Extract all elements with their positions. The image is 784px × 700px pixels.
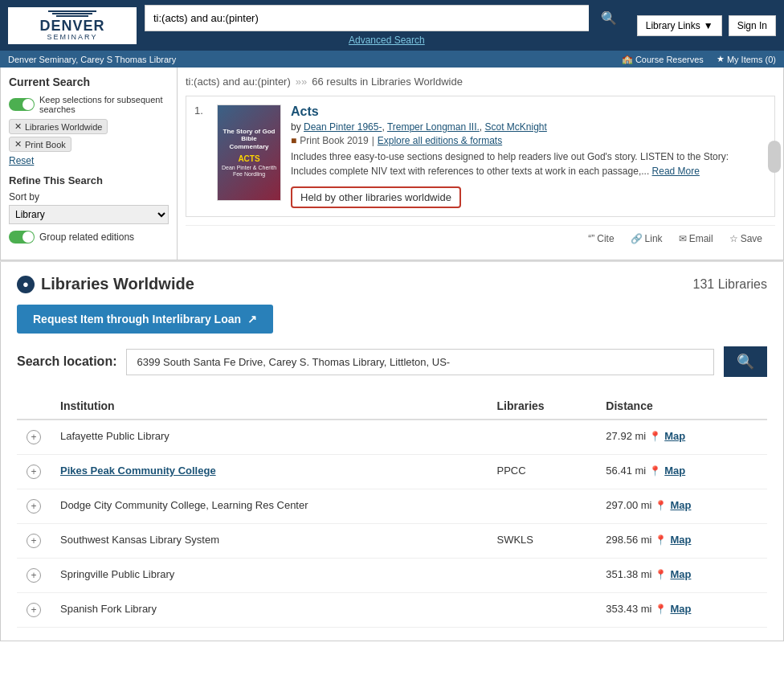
location-search-button[interactable]: 🔍: [724, 346, 767, 377]
book-authors: by Dean Pinter 1965-, Tremper Longman II…: [291, 121, 766, 133]
search-input[interactable]: [145, 5, 589, 31]
institution-name: Denver Seminary, Carey S Thomas Library: [8, 55, 176, 64]
filter-remove-icon: ✕: [14, 139, 22, 149]
advanced-search-link[interactable]: Advanced Search: [349, 35, 425, 46]
link-button[interactable]: 🔗 Link: [626, 231, 668, 247]
logo: DENVER SEMINARY: [8, 7, 137, 44]
distance-cell: 351.38 mi 📍 Map: [596, 559, 767, 593]
filter-print-book[interactable]: ✕ Print Book: [9, 137, 71, 152]
toggle-label: Keep selections for subsequent searches: [39, 95, 169, 114]
sub-header-right: 🏫 Course Reserves ★ My Items (0): [622, 54, 776, 64]
libraries-cell: PPCC: [487, 455, 596, 489]
libraries-cell: [487, 489, 596, 524]
logo-name: DENVER: [39, 18, 104, 33]
location-input[interactable]: [126, 349, 714, 375]
globe-icon: ●: [17, 276, 35, 293]
filter-libraries-worldwide[interactable]: ✕ Libraries Worldwide: [9, 119, 108, 134]
logo-line: [56, 15, 88, 17]
expand-icon[interactable]: +: [27, 465, 41, 479]
search-area: 🔍 Advanced Search: [145, 5, 629, 46]
search-button[interactable]: 🔍: [589, 5, 629, 31]
course-reserves-label: Course Reserves: [635, 55, 704, 64]
library-links-button[interactable]: Library Links ▼: [637, 15, 722, 36]
expand-icon[interactable]: +: [27, 534, 41, 548]
cite-button[interactable]: “” Cite: [583, 231, 619, 247]
table-row: + Spanish Fork Library 353.43 mi 📍 Map: [17, 593, 767, 628]
main-layout: Current Search Keep selections for subse…: [0, 68, 784, 260]
map-link[interactable]: Map: [664, 465, 685, 477]
interlibrary-loan-button[interactable]: Request Item through Interlibrary Loan ↗: [17, 305, 273, 334]
distance-value: 27.92 mi: [606, 430, 646, 442]
email-icon: ✉: [679, 233, 687, 244]
group-label: Group related editions: [39, 231, 134, 243]
read-more-link[interactable]: Read More: [652, 166, 700, 177]
cite-icon: “”: [588, 233, 594, 244]
book-format: Print Book 2019: [300, 135, 368, 146]
institution-cell: Dodge City Community College, Learning R…: [51, 489, 487, 524]
table-row: + Lafayette Public Library 27.92 mi 📍 Ma…: [17, 420, 767, 455]
keep-selections-toggle[interactable]: [9, 98, 35, 111]
author-link-2[interactable]: Tremper Longman III.: [387, 121, 480, 133]
refine-title: Refine This Search: [9, 174, 169, 186]
filter-remove-icon: ✕: [14, 121, 22, 132]
institution-header: Institution: [51, 393, 487, 420]
expand-cell: +: [17, 489, 51, 524]
libraries-cell: [487, 420, 596, 455]
map-link[interactable]: Map: [670, 534, 691, 546]
map-link[interactable]: Map: [670, 603, 691, 615]
institution-name: Lafayette Public Library: [60, 430, 169, 442]
course-reserves-link[interactable]: 🏫 Course Reserves: [622, 54, 704, 64]
table-head: Institution Libraries Distance: [17, 393, 767, 420]
reset-link[interactable]: Reset: [9, 155, 169, 166]
libraries-cell: [487, 559, 596, 593]
filter-label: Libraries Worldwide: [25, 122, 102, 132]
sidebar: Current Search Keep selections for subse…: [1, 68, 178, 260]
author-link-1[interactable]: Dean Pinter 1965-: [304, 121, 382, 133]
book-cover: The Story of God Bible Commentary ACTS D…: [217, 104, 281, 201]
distance-value: 297.00 mi: [606, 499, 651, 511]
results-header: ti:(acts) and au:(pinter) »» 66 results …: [186, 76, 775, 88]
map-link[interactable]: Map: [670, 499, 691, 511]
expand-icon[interactable]: +: [27, 430, 41, 444]
table-body: + Lafayette Public Library 27.92 mi 📍 Ma…: [17, 420, 767, 628]
institution-link[interactable]: Pikes Peak Community College: [60, 465, 216, 477]
results-count: 66 results in Libraries Worldwide: [312, 76, 463, 88]
author-link-3[interactable]: Scot McKnight: [484, 121, 546, 133]
institution-cell: Southwest Kansas Library System: [51, 524, 487, 559]
map-pin-icon: 📍: [655, 534, 667, 546]
scroll-handle[interactable]: [768, 141, 781, 173]
expand-cell: +: [17, 593, 51, 628]
sort-select[interactable]: Library Distance Relevance: [9, 205, 169, 224]
book-details: Acts by Dean Pinter 1965-, Tremper Longm…: [291, 104, 766, 208]
explore-editions-link[interactable]: Explore all editions & formats: [378, 135, 502, 146]
link-label: Link: [645, 233, 663, 244]
expand-icon[interactable]: +: [27, 603, 41, 617]
chevron-down-icon: ▼: [704, 20, 713, 31]
toggle-knob: [22, 231, 34, 243]
expand-icon[interactable]: +: [27, 568, 41, 583]
group-editions-toggle[interactable]: [9, 231, 35, 244]
sign-in-button[interactable]: Sign In: [729, 15, 776, 36]
book-format-icon: ■: [291, 135, 296, 146]
book-title-link[interactable]: Acts: [291, 104, 319, 118]
save-button[interactable]: ☆ Save: [725, 231, 767, 247]
my-items-link[interactable]: ★ My Items (0): [717, 54, 776, 64]
book-cover-authors: Dean Pinter & Cherith Fee Nordling: [221, 165, 277, 178]
table-row: + Pikes Peak Community College PPCC 56.4…: [17, 455, 767, 489]
map-link[interactable]: Map: [664, 430, 685, 442]
book-result: 1. The Story of God Bible Commentary ACT…: [186, 96, 775, 217]
sort-label: Sort by: [9, 191, 169, 203]
book-cover-inner: The Story of God Bible Commentary ACTS D…: [218, 105, 280, 200]
expand-icon[interactable]: +: [27, 499, 41, 514]
email-button[interactable]: ✉ Email: [674, 231, 718, 247]
external-link-icon: ↗: [247, 313, 257, 325]
filter-label: Print Book: [25, 140, 66, 149]
action-bar: “” Cite 🔗 Link ✉ Email ☆ Save: [186, 225, 775, 252]
distance-value: 353.43 mi: [606, 603, 651, 615]
map-link[interactable]: Map: [670, 568, 691, 580]
course-reserves-icon: 🏫: [622, 54, 633, 64]
sub-header: Denver Seminary, Carey S Thomas Library …: [0, 51, 784, 68]
expand-col-header: [17, 393, 51, 420]
held-badge[interactable]: Held by other libraries worldwide: [291, 186, 461, 208]
separator: |: [372, 135, 374, 146]
